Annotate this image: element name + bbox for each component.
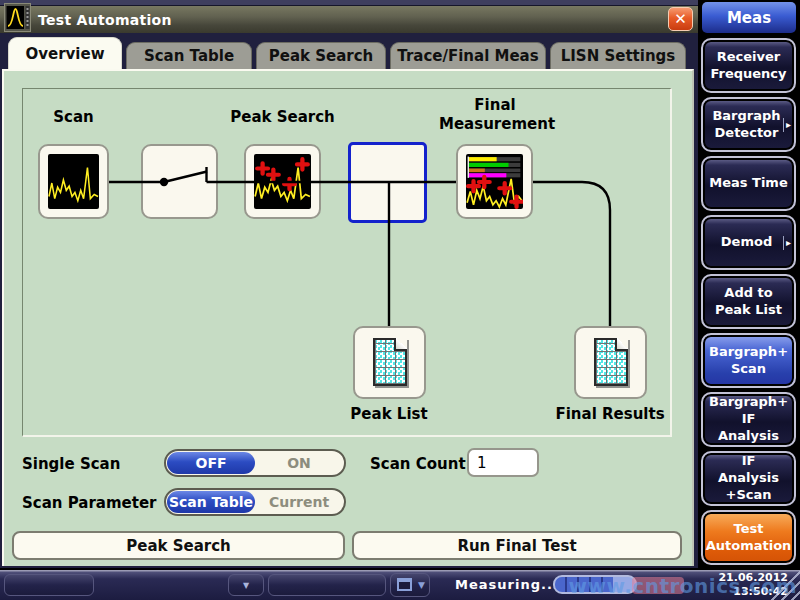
final-results-label: Final Results xyxy=(545,405,675,424)
tab-bar: Overview Scan Table Peak Search Trace/Fi… xyxy=(0,33,698,69)
softkey-bargraph-scan[interactable]: Bargraph+ Scan xyxy=(701,333,796,388)
spectrum-trace-icon xyxy=(4,3,31,32)
tab-peak-search[interactable]: Peak Search xyxy=(256,42,386,69)
scan-label: Scan xyxy=(38,108,109,127)
peak-search-button[interactable]: Peak Search xyxy=(12,531,345,560)
final-measurement-label: Final Measurement xyxy=(439,96,551,134)
application-root: Test Automation ✕ Overview Scan Table Pe… xyxy=(0,0,800,600)
final-results-document-icon xyxy=(594,338,628,386)
scan-node[interactable] xyxy=(38,144,109,219)
run-final-test-button[interactable]: Run Final Test xyxy=(352,531,682,560)
page-fold xyxy=(615,338,628,351)
switch-node[interactable] xyxy=(141,144,218,219)
softkey-receiver-frequency[interactable]: Receiver Frequency xyxy=(701,38,796,93)
watermark-text: www.cntronics.com xyxy=(569,574,797,598)
softkey-test-automation[interactable]: Test Automation xyxy=(701,510,796,565)
final-results-node[interactable] xyxy=(574,326,647,399)
close-icon: ✕ xyxy=(674,10,687,28)
statusbar-center-bar[interactable] xyxy=(268,574,386,596)
peak-search-label: Peak Search xyxy=(216,108,349,127)
softkey-meas-time[interactable]: Meas Time xyxy=(701,156,796,211)
scan-count-input[interactable] xyxy=(467,448,539,477)
page-fold xyxy=(394,338,407,351)
peak-search-node[interactable] xyxy=(244,144,321,219)
scan-count-label: Scan Count xyxy=(370,455,466,473)
single-scan-label: Single Scan xyxy=(22,455,120,473)
diagram-panel: Scan Peak Search Final Measurement xyxy=(22,88,672,437)
chevron-down-icon: ▼ xyxy=(229,575,263,595)
window-down-icon xyxy=(397,578,412,591)
softkey-add-to-peak-list[interactable]: Add to Peak List xyxy=(701,274,796,329)
peak-list-node[interactable] xyxy=(353,326,426,399)
scan-parameter-toggle: Scan Table Current xyxy=(164,488,346,516)
overview-tab-content: Scan Peak Search Final Measurement xyxy=(2,69,694,566)
measuring-status-text: Measuring... xyxy=(455,577,559,592)
scan-parameter-scan-table-option[interactable]: Scan Table xyxy=(167,491,255,513)
tab-lisn-settings[interactable]: LISN Settings xyxy=(550,42,686,69)
tab-overview[interactable]: Overview xyxy=(8,37,122,69)
tab-scan-table[interactable]: Scan Table xyxy=(126,42,252,69)
window-title: Test Automation xyxy=(38,12,172,28)
peak-list-label: Peak List xyxy=(329,405,449,424)
softkey-sidebar: Meas Receiver Frequency Bargraph Detecto… xyxy=(698,0,800,570)
scan-trace-icon xyxy=(48,154,99,209)
tab-trace-final-meas[interactable]: Trace/Final Meas xyxy=(390,42,546,69)
scan-parameter-label: Scan Parameter xyxy=(22,494,157,512)
sidebar-header-meas: Meas xyxy=(702,2,796,33)
arrow-down-icon: ▼ xyxy=(418,580,425,590)
window-titlebar[interactable]: Test Automation ✕ xyxy=(0,6,698,33)
softkey-bargraph-detector[interactable]: Bargraph Detector ▸ xyxy=(701,97,796,152)
window-minimize-button[interactable]: ▼ xyxy=(390,573,430,597)
softkey-if-analysis-scan[interactable]: IF Analysis +Scan xyxy=(701,451,796,506)
peak-search-trace-icon xyxy=(254,154,311,209)
collapse-toolbar-button[interactable]: ▼ xyxy=(228,574,264,596)
submenu-arrow-icon: ▸ xyxy=(783,118,791,132)
submenu-arrow-icon: ▸ xyxy=(783,236,791,250)
close-button[interactable]: ✕ xyxy=(668,7,693,31)
peak-list-document-icon xyxy=(373,338,407,386)
status-bar: ▼ ▼ Measuring... www.cntronics.com 21.06… xyxy=(0,570,800,600)
statusbar-left-button[interactable] xyxy=(4,574,94,596)
single-scan-off-option[interactable]: OFF xyxy=(167,452,255,474)
junction-node-selected[interactable] xyxy=(348,142,427,223)
single-scan-toggle: OFF ON xyxy=(164,449,346,477)
softkey-bargraph-if-analysis[interactable]: Bargraph+ IF Analysis xyxy=(701,392,796,447)
single-scan-on-option[interactable]: ON xyxy=(255,452,343,474)
bargraph-trace-icon xyxy=(466,154,523,209)
final-measurement-node[interactable] xyxy=(456,144,533,219)
softkey-demod[interactable]: Demod ▸ xyxy=(701,215,796,270)
scan-parameter-current-option[interactable]: Current xyxy=(255,491,343,513)
test-automation-dialog: Test Automation ✕ Overview Scan Table Pe… xyxy=(0,0,698,568)
